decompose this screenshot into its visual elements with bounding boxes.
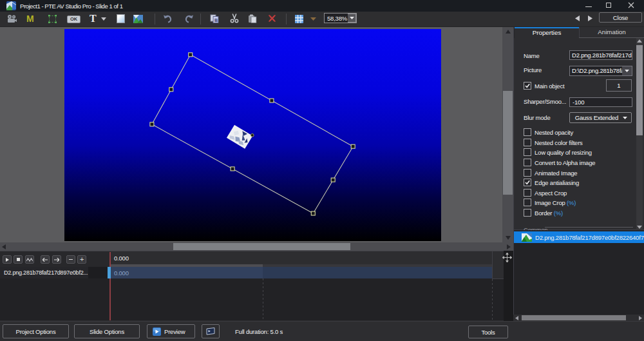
svg-text:B: B: [214, 18, 218, 23]
